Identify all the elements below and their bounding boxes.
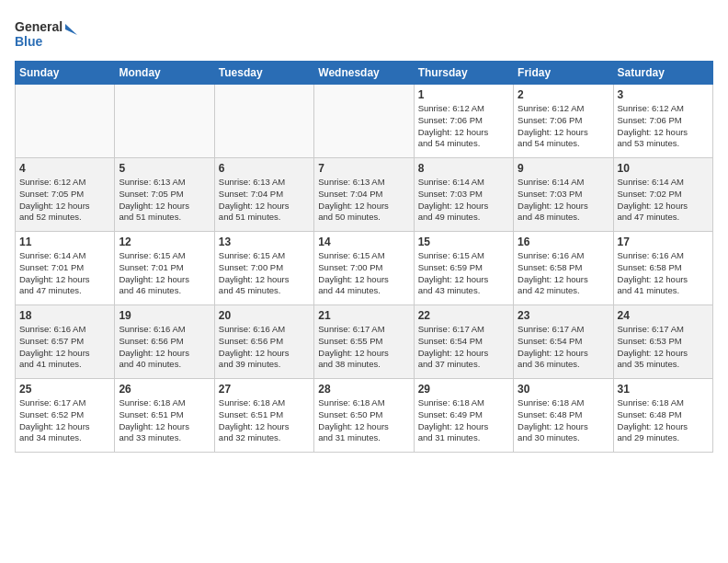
day-number: 6 [219,162,310,175]
header-tuesday: Tuesday [214,62,313,85]
header-wednesday: Wednesday [314,62,414,85]
day-info: Sunrise: 6:17 AM Sunset: 6:55 PM Dayligh… [318,324,409,371]
calendar-cell: 9Sunrise: 6:14 AM Sunset: 7:03 PM Daylig… [514,158,613,232]
svg-text:Blue: Blue [15,34,43,49]
calendar-cell: 7Sunrise: 6:13 AM Sunset: 7:04 PM Daylig… [314,158,414,232]
calendar-cell: 11Sunrise: 6:14 AM Sunset: 7:01 PM Dayli… [16,232,115,305]
day-info: Sunrise: 6:15 AM Sunset: 7:01 PM Dayligh… [119,250,210,297]
calendar-cell: 16Sunrise: 6:16 AM Sunset: 6:58 PM Dayli… [514,232,613,305]
day-info: Sunrise: 6:15 AM Sunset: 7:00 PM Dayligh… [219,250,310,297]
day-number: 8 [418,162,509,175]
header-monday: Monday [115,62,214,85]
day-number: 18 [19,309,110,322]
day-info: Sunrise: 6:13 AM Sunset: 7:04 PM Dayligh… [318,177,409,224]
calendar-cell: 20Sunrise: 6:16 AM Sunset: 6:56 PM Dayli… [214,305,313,379]
week-row-4: 25Sunrise: 6:17 AM Sunset: 6:52 PM Dayli… [16,379,713,453]
day-number: 29 [418,383,509,396]
day-info: Sunrise: 6:17 AM Sunset: 6:54 PM Dayligh… [518,324,609,371]
day-number: 9 [518,162,609,175]
header-friday: Friday [514,62,613,85]
calendar-table: SundayMondayTuesdayWednesdayThursdayFrid… [15,61,713,453]
day-info: Sunrise: 6:12 AM Sunset: 7:06 PM Dayligh… [518,103,609,150]
day-info: Sunrise: 6:15 AM Sunset: 6:59 PM Dayligh… [418,250,509,297]
day-number: 30 [518,383,609,396]
logo: GeneralBlue [15,15,79,52]
day-number: 27 [219,383,310,396]
day-number: 2 [518,88,609,101]
header-thursday: Thursday [414,62,513,85]
week-row-3: 18Sunrise: 6:16 AM Sunset: 6:57 PM Dayli… [16,305,713,379]
calendar-cell: 31Sunrise: 6:18 AM Sunset: 6:48 PM Dayli… [613,379,712,453]
day-info: Sunrise: 6:18 AM Sunset: 6:51 PM Dayligh… [219,397,310,444]
calendar-cell: 26Sunrise: 6:18 AM Sunset: 6:51 PM Dayli… [115,379,214,453]
day-info: Sunrise: 6:16 AM Sunset: 6:56 PM Dayligh… [219,324,310,371]
calendar-cell [16,85,115,158]
day-info: Sunrise: 6:14 AM Sunset: 7:02 PM Dayligh… [618,177,709,224]
day-number: 11 [19,236,110,248]
calendar-cell: 1Sunrise: 6:12 AM Sunset: 7:06 PM Daylig… [414,85,513,158]
calendar-cell: 14Sunrise: 6:15 AM Sunset: 7:00 PM Dayli… [314,232,414,305]
day-number: 4 [19,162,110,175]
week-row-1: 4Sunrise: 6:12 AM Sunset: 7:05 PM Daylig… [16,158,713,232]
svg-marker-2 [65,24,77,35]
day-number: 22 [418,309,509,322]
day-number: 19 [119,309,210,322]
day-number: 25 [19,383,110,396]
calendar-cell: 17Sunrise: 6:16 AM Sunset: 6:58 PM Dayli… [613,232,712,305]
day-number: 28 [318,383,409,396]
calendar-cell: 27Sunrise: 6:18 AM Sunset: 6:51 PM Dayli… [214,379,313,453]
day-info: Sunrise: 6:18 AM Sunset: 6:48 PM Dayligh… [518,397,609,444]
day-number: 23 [518,309,609,322]
logo-svg: GeneralBlue [15,15,79,52]
day-number: 7 [318,162,409,175]
day-info: Sunrise: 6:13 AM Sunset: 7:04 PM Dayligh… [219,177,310,224]
calendar-cell: 4Sunrise: 6:12 AM Sunset: 7:05 PM Daylig… [16,158,115,232]
calendar-cell: 10Sunrise: 6:14 AM Sunset: 7:02 PM Dayli… [613,158,712,232]
day-info: Sunrise: 6:17 AM Sunset: 6:54 PM Dayligh… [418,324,509,371]
day-info: Sunrise: 6:16 AM Sunset: 6:57 PM Dayligh… [19,324,110,371]
calendar-cell: 30Sunrise: 6:18 AM Sunset: 6:48 PM Dayli… [514,379,613,453]
page-header: GeneralBlue [15,15,713,52]
day-number: 31 [618,383,709,396]
calendar-cell [115,85,214,158]
calendar-cell: 5Sunrise: 6:13 AM Sunset: 7:05 PM Daylig… [115,158,214,232]
day-info: Sunrise: 6:15 AM Sunset: 7:00 PM Dayligh… [318,250,409,297]
day-info: Sunrise: 6:12 AM Sunset: 7:05 PM Dayligh… [19,177,110,224]
calendar-cell: 15Sunrise: 6:15 AM Sunset: 6:59 PM Dayli… [414,232,513,305]
day-info: Sunrise: 6:18 AM Sunset: 6:51 PM Dayligh… [119,397,210,444]
calendar-cell: 6Sunrise: 6:13 AM Sunset: 7:04 PM Daylig… [214,158,313,232]
calendar-cell: 2Sunrise: 6:12 AM Sunset: 7:06 PM Daylig… [514,85,613,158]
day-info: Sunrise: 6:12 AM Sunset: 7:06 PM Dayligh… [418,103,509,150]
calendar-cell: 21Sunrise: 6:17 AM Sunset: 6:55 PM Dayli… [314,305,414,379]
day-number: 21 [318,309,409,322]
day-number: 12 [119,236,210,248]
day-info: Sunrise: 6:18 AM Sunset: 6:50 PM Dayligh… [318,397,409,444]
header-sunday: Sunday [16,62,115,85]
svg-text:General: General [15,19,63,34]
day-number: 24 [618,309,709,322]
day-info: Sunrise: 6:17 AM Sunset: 6:52 PM Dayligh… [19,397,110,444]
calendar-cell: 23Sunrise: 6:17 AM Sunset: 6:54 PM Dayli… [514,305,613,379]
day-number: 13 [219,236,310,248]
day-number: 15 [418,236,509,248]
day-number: 20 [219,309,310,322]
day-number: 26 [119,383,210,396]
calendar-cell: 18Sunrise: 6:16 AM Sunset: 6:57 PM Dayli… [16,305,115,379]
week-row-2: 11Sunrise: 6:14 AM Sunset: 7:01 PM Dayli… [16,232,713,305]
week-row-0: 1Sunrise: 6:12 AM Sunset: 7:06 PM Daylig… [16,85,713,158]
day-number: 10 [618,162,709,175]
calendar-cell: 8Sunrise: 6:14 AM Sunset: 7:03 PM Daylig… [414,158,513,232]
day-info: Sunrise: 6:17 AM Sunset: 6:53 PM Dayligh… [618,324,709,371]
day-info: Sunrise: 6:14 AM Sunset: 7:03 PM Dayligh… [518,177,609,224]
calendar-cell: 28Sunrise: 6:18 AM Sunset: 6:50 PM Dayli… [314,379,414,453]
day-number: 3 [618,88,709,101]
day-info: Sunrise: 6:14 AM Sunset: 7:03 PM Dayligh… [418,177,509,224]
day-info: Sunrise: 6:14 AM Sunset: 7:01 PM Dayligh… [19,250,110,297]
calendar-cell: 29Sunrise: 6:18 AM Sunset: 6:49 PM Dayli… [414,379,513,453]
day-number: 1 [418,88,509,101]
calendar-cell: 13Sunrise: 6:15 AM Sunset: 7:00 PM Dayli… [214,232,313,305]
calendar-cell [214,85,313,158]
calendar-cell: 12Sunrise: 6:15 AM Sunset: 7:01 PM Dayli… [115,232,214,305]
day-number: 17 [618,236,709,248]
day-info: Sunrise: 6:16 AM Sunset: 6:56 PM Dayligh… [119,324,210,371]
